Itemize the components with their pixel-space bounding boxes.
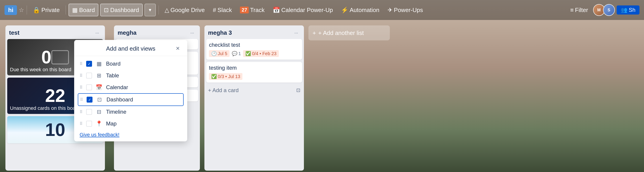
dropdown-item-timeline-label: Timeline: [106, 109, 126, 115]
track-number-icon: 27: [240, 7, 248, 13]
dropdown-item-map[interactable]: ⠿ 📍 Map: [74, 118, 187, 130]
card-checklist-test-title: checklist test: [209, 41, 300, 48]
card-stat-22: 22: [45, 85, 65, 106]
dropdown-item-board[interactable]: ⠿ ✓ ▦ Board: [74, 58, 187, 70]
card-due-label: Due this week on this board: [10, 67, 72, 73]
filter-icon: ≡: [570, 7, 574, 14]
dropdown-item-map-label: Map: [106, 121, 117, 127]
track-button[interactable]: 27 Track: [237, 4, 268, 16]
table-view-icon: ⊞: [96, 72, 102, 79]
share-button[interactable]: 👥 Sh: [617, 6, 640, 15]
calendar-powerup-icon: 📅: [273, 7, 280, 14]
dropdown-item-dashboard[interactable]: ⠿ ✓ ⊡ Dashboard: [78, 93, 184, 106]
google-drive-button[interactable]: △ Google Drive: [162, 4, 208, 16]
topbar-right: ≡ Filter M S 👥 Sh: [567, 4, 640, 16]
topbar-divider-1: [27, 6, 27, 15]
powerups-button[interactable]: ✈ Power-Ups: [384, 4, 426, 16]
hi-badge: hi: [4, 5, 17, 15]
drag-handle-map[interactable]: ⠿: [80, 121, 82, 126]
column-megha-title: megha: [118, 29, 136, 36]
drag-handle-calendar[interactable]: ⠿: [80, 85, 82, 90]
dropdown-item-timeline[interactable]: ⠿ ⊟ Timeline: [74, 106, 187, 118]
card-jul5-tag: 🕐 Jul 5: [209, 50, 230, 57]
calendar-view-icon: 📅: [96, 84, 102, 91]
feedback-link[interactable]: Give us feedback!: [74, 130, 187, 138]
dropdown-item-table[interactable]: ⠿ ⊞ Table: [74, 70, 187, 81]
dashboard-view-icon: ⊡: [96, 97, 103, 103]
add-another-list-button[interactable]: + + Add another list: [308, 25, 390, 40]
slack-icon: #: [213, 7, 216, 14]
column-megha3-body: checklist test 🕐 Jul 5 💬 1 ✅ 0/4 • Feb: [204, 39, 304, 171]
column-test-menu-button[interactable]: ···: [93, 29, 101, 37]
timeline-view-icon: ⊟: [96, 109, 102, 115]
avatar-2[interactable]: S: [603, 4, 615, 16]
card-testing-item-meta: ✅ 0/3 • Jul 13: [209, 73, 300, 80]
drag-handle-timeline[interactable]: ⠿: [80, 109, 82, 114]
topbar-divider-3: [158, 6, 159, 15]
private-button[interactable]: 🔒 Private: [30, 4, 63, 16]
checkbox-map[interactable]: [86, 121, 92, 127]
card-feb23-tag: ✅ 0/4 • Feb 23: [243, 50, 278, 57]
card-stat-0: 0: [42, 47, 52, 68]
slack-button[interactable]: # Slack: [210, 4, 235, 16]
column-megha-menu-button[interactable]: ···: [188, 29, 196, 37]
main-board-area: test ··· 0 Due this week on this board 2…: [0, 20, 644, 172]
column-megha-header: megha ···: [114, 25, 200, 39]
dropdown-close-button[interactable]: ✕: [174, 44, 182, 53]
add-another-list-label: + Add another list: [318, 30, 364, 37]
close-icon: ✕: [176, 46, 180, 51]
star-icon[interactable]: ☆: [19, 7, 24, 14]
card-comment-1: 💬 1: [232, 51, 241, 56]
drag-handle-board[interactable]: ⠿: [80, 61, 82, 66]
checkbox-board[interactable]: ✓: [86, 61, 92, 67]
board-icon: ▦: [72, 7, 78, 14]
clock-icon-3: 🕐: [211, 51, 217, 56]
column-megha3: megha 3 ··· checklist test 🕐 Jul 5 💬 1: [204, 25, 304, 171]
dropdown-item-table-label: Table: [106, 72, 119, 79]
card-unassigned-label: Unassigned cards on this board: [10, 105, 80, 111]
avatar-img-2: S: [604, 5, 614, 16]
card-checklist-test[interactable]: checklist test 🕐 Jul 5 💬 1 ✅ 0/4 • Feb: [206, 39, 302, 60]
card-checklist-test-meta: 🕐 Jul 5 💬 1 ✅ 0/4 • Feb 23: [209, 50, 300, 57]
checkbox-dashboard[interactable]: ✓: [86, 97, 92, 103]
dropdown-title: Add and edit views: [88, 45, 174, 52]
views-dropdown: Add and edit views ✕ ⠿ ✓ ▦ Board ⠿ ⊞ Tab…: [74, 40, 187, 141]
column-megha3-header: megha 3 ···: [204, 25, 304, 39]
dashboard-nav-icon: ⊡: [104, 7, 109, 14]
topbar: hi ☆ 🔒 Private ▦ Board ⊡ Dashboard ▾ △ G…: [0, 0, 644, 20]
comment-icon: 💬: [232, 51, 238, 56]
add-card-label: + Add a card: [208, 87, 238, 94]
drag-handle-dashboard[interactable]: ⠿: [80, 97, 83, 102]
plus-icon: +: [312, 30, 316, 37]
automation-button[interactable]: ⚡ Automation: [338, 4, 382, 16]
column-megha3-menu-button[interactable]: ···: [292, 29, 300, 37]
card-testing-item-title: testing item: [209, 64, 300, 71]
dropdown-item-dashboard-label: Dashboard: [106, 97, 133, 103]
avatar-group: M S: [593, 4, 615, 16]
filter-button[interactable]: ≡ Filter: [567, 5, 591, 15]
add-card-button[interactable]: + Add a card ⊡: [206, 85, 302, 96]
dashboard-button[interactable]: ⊡ Dashboard: [100, 4, 142, 16]
share-icon: 👥: [621, 7, 628, 13]
checkbox-calendar[interactable]: [86, 84, 92, 90]
drag-handle-table[interactable]: ⠿: [80, 73, 82, 78]
board-view-icon: ▦: [96, 61, 102, 67]
board-button[interactable]: ▦ Board: [68, 4, 98, 16]
checklist-icon-5: ✅: [211, 74, 217, 79]
card-jul13-tag: ✅ 0/3 • Jul 13: [209, 73, 242, 80]
column-test-title: test: [9, 29, 20, 36]
powerups-icon: ✈: [388, 7, 392, 14]
views-chevron-button[interactable]: ▾: [144, 4, 156, 16]
checkbox-timeline[interactable]: [86, 109, 92, 115]
lock-icon: 🔒: [33, 7, 40, 14]
checklist-icon-4: ✅: [245, 51, 251, 56]
automation-icon: ⚡: [341, 7, 348, 14]
checkbox-table[interactable]: [86, 73, 92, 78]
card-stat-10: 10: [45, 119, 65, 140]
template-icon: ⊡: [296, 87, 300, 93]
topbar-divider-2: [66, 6, 66, 15]
dropdown-header: Add and edit views ✕: [74, 40, 187, 56]
card-testing-item[interactable]: testing item ✅ 0/3 • Jul 13: [206, 62, 302, 82]
dropdown-item-calendar[interactable]: ⠿ 📅 Calendar: [74, 81, 187, 93]
calendar-powerup-button[interactable]: 📅 Calendar Power-Up: [270, 4, 336, 16]
